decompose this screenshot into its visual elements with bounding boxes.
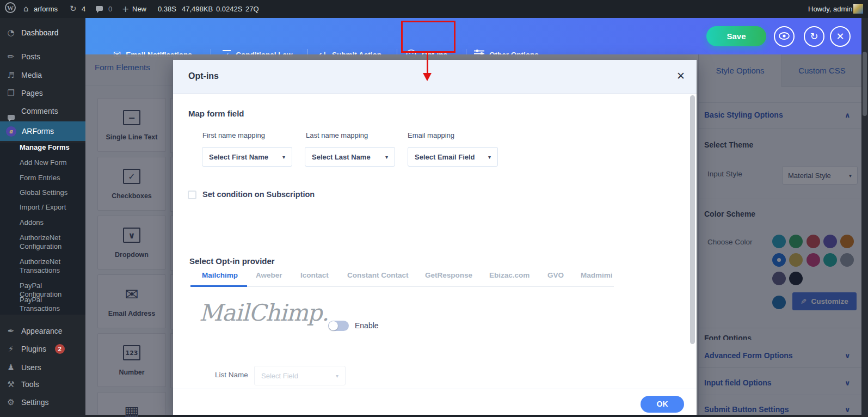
provider-tab-madmimi[interactable]: Madmimi	[581, 271, 613, 279]
new-content-link[interactable]: New	[132, 0, 146, 18]
sidebar-item-label: Pages	[21, 89, 43, 97]
ok-button[interactable]: OK	[641, 396, 684, 413]
sidebar-item-label: ARForms	[22, 127, 54, 136]
site-name-link[interactable]: arforms	[34, 0, 58, 18]
submenu-authorizenet-transactions[interactable]: AuthorizeNet Transactions	[0, 257, 85, 275]
provider-tab-aweber[interactable]: Aweber	[256, 271, 282, 279]
annotation-arrow-head	[423, 73, 432, 81]
sidebar-item-appearance[interactable]: ✒ Appearance	[0, 323, 85, 339]
sidebar-item-label: Dashboard	[21, 28, 59, 37]
opt-ins-modal: Opt-ins ✕ Map form field First name mapp…	[173, 60, 697, 415]
comments-bubble-icon[interactable]	[96, 6, 103, 11]
provider-tab-ebizac[interactable]: Ebizac.com	[489, 271, 530, 279]
sidebar-item-settings[interactable]: ⚙ Settings	[0, 394, 85, 410]
sidebar-item-tools[interactable]: ⚒ Tools	[0, 376, 85, 393]
email-mapping-label: Email mapping	[408, 131, 454, 139]
wordpress-logo-icon[interactable]: W	[5, 2, 16, 13]
perf-memory: 47,498KB	[182, 0, 213, 18]
submenu-global-settings[interactable]: Global Settings	[0, 188, 85, 197]
submenu-form-entries[interactable]: Form Entries	[0, 174, 85, 182]
modal-title: Opt-ins	[188, 71, 219, 81]
active-tab-underline	[190, 285, 247, 287]
comments-icon	[6, 106, 16, 116]
perf-time: 0.38S	[158, 0, 176, 18]
refresh-icon: ↻	[810, 30, 818, 42]
sidebar-item-comments[interactable]: Comments	[0, 103, 85, 119]
avatar[interactable]	[853, 4, 863, 14]
submenu-import-export[interactable]: Import / Export	[0, 203, 85, 212]
sidebar-item-arforms[interactable]: a ARForms	[0, 121, 85, 141]
modal-scrollbar-thumb[interactable]	[690, 95, 695, 344]
submenu-add-new-form[interactable]: Add New Form	[0, 158, 85, 167]
wp-admin-sidebar: ◔ Dashboard ✏ Posts ♬ Media ❐ Pages Comm…	[0, 18, 85, 417]
appearance-icon: ✒	[6, 326, 16, 336]
enable-toggle[interactable]	[328, 321, 349, 331]
perf-query-time: 0.0242S	[216, 0, 242, 18]
caret-down-icon: ▾	[336, 373, 338, 379]
sidebar-item-label: Appearance	[21, 327, 63, 335]
arforms-icon: a	[6, 126, 16, 137]
first-name-mapping-label: First name mapping	[202, 131, 265, 139]
modal-footer-divider	[173, 389, 697, 389]
sidebar-item-plugins[interactable]: ⚡ Plugins 2	[0, 341, 85, 357]
plugins-update-badge: 2	[55, 344, 65, 354]
plus-icon[interactable]: +	[122, 0, 129, 18]
home-icon[interactable]: ⌂	[23, 0, 29, 18]
provider-tab-mailchimp[interactable]: Mailchimp	[202, 271, 238, 279]
provider-tab-getresponse[interactable]: GetResponse	[425, 271, 472, 279]
browser-scrollbar[interactable]	[861, 18, 868, 417]
posts-icon: ✏	[6, 52, 16, 62]
refresh-button[interactable]: ↻	[804, 26, 824, 47]
select-value: Select Field	[261, 372, 298, 380]
arforms-builder-screen: W ⌂ arforms ↻ 4 0 + New 0.38S 47,498KB 0…	[0, 0, 868, 417]
first-name-mapping-select[interactable]: Select First Name ▾	[202, 147, 292, 167]
caret-down-icon: ▾	[282, 154, 285, 160]
provider-tab-icontact[interactable]: Icontact	[300, 271, 329, 279]
modal-close-icon[interactable]: ✕	[676, 70, 685, 82]
sidebar-item-posts[interactable]: ✏ Posts	[0, 48, 85, 65]
sidebar-item-label: Settings	[21, 398, 49, 407]
condition-label: Set condition on Subscription	[202, 190, 315, 199]
last-name-mapping-select[interactable]: Select Last Name ▾	[305, 147, 395, 167]
submenu-authorizenet-configuration[interactable]: AuthorizeNet Configuration	[0, 234, 85, 251]
sidebar-item-label: Media	[21, 71, 42, 79]
update-count[interactable]: 4	[82, 0, 85, 18]
builder-toolbar: ✉ Email Notifications ✓ Conditional Law …	[85, 18, 861, 54]
perf-query-count: 27Q	[245, 0, 259, 18]
submenu-paypal-transactions[interactable]: PayPal Transactions	[0, 296, 85, 313]
modal-header	[173, 60, 697, 94]
caret-down-icon: ▾	[385, 154, 388, 160]
pages-icon: ❐	[6, 88, 16, 98]
wp-admin-bar: W ⌂ arforms ↻ 4 0 + New 0.38S 47,498KB 0…	[0, 0, 868, 18]
submenu-manage-forms[interactable]: Manage Forms	[0, 143, 85, 152]
provider-tab-gvo[interactable]: GVO	[547, 271, 564, 279]
howdy-admin-link[interactable]: Howdy, admin	[808, 0, 852, 18]
sidebar-item-label: Plugins	[21, 345, 46, 353]
sidebar-item-label: Users	[21, 363, 41, 372]
enable-label: Enable	[355, 321, 379, 330]
provider-tab-constant-contact[interactable]: Constant Contact	[347, 271, 409, 279]
save-button[interactable]: Save	[706, 26, 766, 46]
sidebar-item-dashboard[interactable]: ◔ Dashboard	[0, 24, 85, 41]
browser-scrollbar-thumb[interactable]	[863, 52, 867, 116]
annotation-arrow-line	[427, 53, 428, 73]
condition-checkbox[interactable]	[188, 191, 196, 199]
updates-icon[interactable]: ↻	[70, 0, 77, 18]
comment-count[interactable]: 0	[108, 0, 112, 18]
dashboard-icon: ◔	[6, 28, 16, 38]
preview-button[interactable]	[774, 26, 795, 47]
submenu-addons[interactable]: Addons	[0, 218, 85, 227]
annotation-highlight-box	[401, 21, 455, 53]
sidebar-item-label: Comments	[21, 107, 58, 115]
sidebar-item-users[interactable]: ♟ Users	[0, 359, 85, 376]
list-name-select[interactable]: Select Field ▾	[254, 366, 346, 385]
select-value: Select Last Name	[312, 153, 371, 161]
close-builder-button[interactable]: ✕	[830, 26, 851, 47]
mailchimp-logo: MailChimp.	[199, 299, 329, 326]
plugins-icon: ⚡	[6, 344, 16, 354]
email-mapping-select[interactable]: Select Email Field ▾	[408, 147, 498, 167]
tools-icon: ⚒	[6, 379, 16, 389]
users-icon: ♟	[6, 363, 16, 372]
sidebar-item-pages[interactable]: ❐ Pages	[0, 85, 85, 101]
sidebar-item-media[interactable]: ♬ Media	[0, 67, 85, 83]
